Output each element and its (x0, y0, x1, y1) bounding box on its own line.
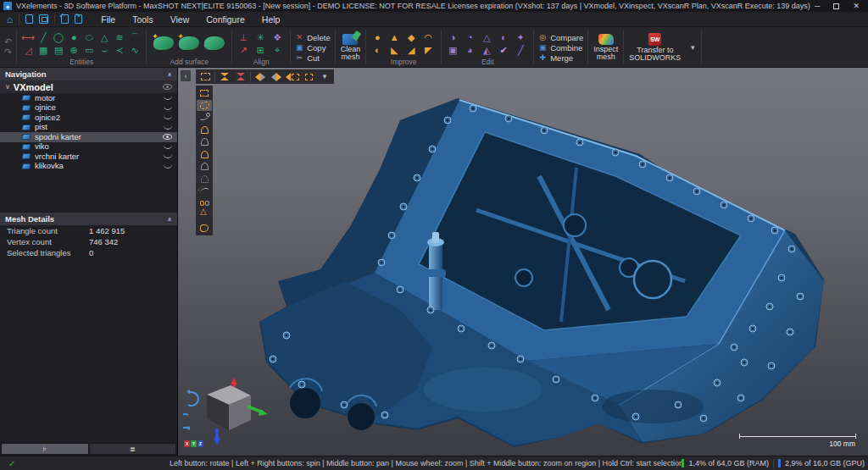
home-button[interactable]: ⌂ (7, 14, 13, 25)
save-session-button[interactable] (39, 14, 48, 24)
menu-view[interactable]: View (164, 13, 197, 26)
menu-tools[interactable]: Tools (125, 13, 160, 26)
edit-surface-icon[interactable]: ✦ (178, 36, 200, 50)
measure-icon[interactable]: ⟷ (21, 30, 35, 43)
align-frame-icon[interactable]: ⊞ (253, 43, 267, 56)
align-target-icon[interactable]: ✳ (253, 30, 267, 43)
cut-plane-icon[interactable]: ◑ (446, 30, 459, 43)
visibility-eye-icon[interactable] (163, 84, 172, 90)
previous-selection-button[interactable] (253, 71, 267, 83)
list-view-toggle-button[interactable]: ≣ (90, 444, 176, 454)
circle-icon[interactable]: ◯ (52, 30, 65, 43)
trim-icon[interactable]: ◔ (463, 30, 476, 43)
visibility-eye-closed-icon[interactable] (164, 106, 172, 110)
offset-icon[interactable]: ◕ (463, 43, 476, 56)
remesh-icon[interactable]: ◭ (480, 43, 493, 56)
menu-help[interactable]: Help (255, 13, 287, 26)
tree-item-pist[interactable]: pist (0, 123, 177, 133)
vee-icon[interactable]: ≺ (113, 43, 126, 56)
tree-view-toggle-button[interactable]: ⊧ (2, 444, 88, 454)
align-pin-icon[interactable]: ↗ (236, 43, 250, 56)
visibility-eye-open-icon[interactable] (163, 134, 172, 140)
navigation-panel-header[interactable]: Navigation∧ (0, 68, 177, 80)
mirror-icon[interactable]: ✦ (514, 30, 527, 43)
fill-holes-icon[interactable]: ● (370, 30, 384, 43)
boolean-icon[interactable]: ▣ (446, 43, 459, 56)
mesh-details-panel-header[interactable]: Mesh Details∧ (0, 213, 177, 225)
split-icon[interactable]: ◐ (497, 30, 510, 43)
freeform-selection-tool[interactable] (197, 100, 212, 112)
rectangle-icon[interactable]: ▭ (82, 43, 96, 56)
cut-button[interactable]: ✂Cut (295, 53, 330, 63)
point-icon[interactable]: ● (67, 30, 81, 43)
align-mesh-plane-icon[interactable]: ❖ (270, 30, 284, 43)
view-normal-button[interactable] (218, 71, 231, 83)
next-selection-button[interactable] (270, 71, 283, 83)
brush-dome-tool[interactable] (197, 124, 212, 136)
visibility-eye-closed-icon[interactable] (164, 145, 172, 149)
visibility-eye-closed-icon[interactable] (164, 125, 172, 130)
brush-dome-gray-tool[interactable] (197, 136, 212, 148)
cone-icon[interactable]: △ (97, 30, 111, 43)
remove-spikes-icon[interactable]: ▲ (387, 30, 401, 43)
expander-icon[interactable]: ∨ (5, 83, 10, 91)
dome-select-tool[interactable] (197, 149, 212, 161)
grid-icon[interactable]: ▦ (36, 43, 50, 56)
undo-button[interactable]: ↶ (4, 37, 12, 47)
blob-select-tool[interactable] (197, 223, 212, 235)
toolbar-more-button[interactable]: ▼ (318, 71, 331, 83)
dome-dotted-tool[interactable] (197, 174, 212, 185)
fix-mesh-icon[interactable]: ◤ (421, 43, 435, 56)
delete-button[interactable]: ✕Delete (295, 33, 330, 42)
minimize-button[interactable]: ─ (815, 2, 820, 10)
corner-arc-icon[interactable]: ◿ (21, 43, 35, 56)
merge-button[interactable]: ✚Merge (538, 53, 583, 63)
chevron-down-icon[interactable]: ▼ (689, 44, 696, 52)
tree-item-klikovka[interactable]: klikovka (0, 162, 177, 172)
tree-item-vrchni-karter[interactable]: vrchni karter (0, 152, 177, 162)
selection-presets-button[interactable] (302, 71, 315, 83)
transfer-solidworks-button[interactable]: SW Transfer toSOLIDWORKS ▼ (624, 27, 701, 67)
line-icon[interactable]: ╱ (36, 30, 50, 43)
crankcase-mesh-model[interactable] (178, 68, 868, 456)
spray-brush-tool[interactable] (197, 185, 212, 197)
visibility-eye-closed-icon[interactable] (164, 154, 172, 158)
cylinder-grid-icon[interactable]: ▤ (52, 43, 65, 56)
boundary-icon[interactable]: ◐ (370, 43, 384, 56)
tree-item-spodni-karter[interactable]: spodni karter (0, 132, 177, 142)
add-surface-icon[interactable]: ✦ (153, 36, 175, 50)
visibility-eye-closed-icon[interactable] (164, 164, 172, 169)
close-button[interactable]: ✕ (853, 2, 860, 10)
new-session-button[interactable] (25, 14, 33, 24)
validate-icon[interactable]: ✔ (497, 43, 510, 56)
pen-icon[interactable]: ╱ (514, 43, 527, 56)
bridge-icon[interactable]: ◠ (421, 30, 435, 43)
selection-options-button[interactable] (286, 71, 299, 83)
import-button[interactable] (61, 14, 69, 24)
tree-item-motor[interactable]: motor (0, 93, 177, 103)
tree-item-ojnice[interactable]: ojnice (0, 103, 177, 113)
tree-item-viko[interactable]: viko (0, 142, 177, 152)
menu-configure[interactable]: Configure (199, 13, 252, 26)
dome-select-gray-tool[interactable] (197, 161, 212, 173)
combine-button[interactable]: ▣Combine (538, 43, 583, 53)
selection-rect-mode-button[interactable] (198, 71, 212, 83)
smooth-surface-icon[interactable] (203, 36, 225, 50)
spline-icon[interactable]: ∿ (128, 43, 142, 56)
maximize-button[interactable] (833, 3, 839, 9)
compare-button[interactable]: ◎Compare (538, 33, 583, 42)
export-button[interactable] (75, 14, 82, 24)
clean-mesh-button[interactable]: Cleanmesh (336, 27, 366, 67)
surfaces-icon[interactable]: ≋ (113, 30, 126, 43)
align-axes-icon[interactable]: ⟂ (236, 30, 250, 43)
ellipse-icon[interactable]: ⬭ (82, 30, 96, 43)
align-axis-icon[interactable]: ⌖ (270, 43, 284, 56)
defeature-icon[interactable]: ◣ (387, 43, 401, 56)
connected-curve-tool[interactable] (197, 112, 212, 124)
view-reverse-button[interactable] (234, 71, 248, 83)
redo-button[interactable]: ↷ (4, 47, 12, 57)
visibility-eye-closed-icon[interactable] (164, 96, 172, 100)
smooth-boundary-icon[interactable]: ◢ (404, 43, 418, 56)
arc-icon[interactable]: ⌣ (97, 43, 111, 56)
tree-root-vxmodel[interactable]: ∨ VXmodel (0, 80, 177, 93)
